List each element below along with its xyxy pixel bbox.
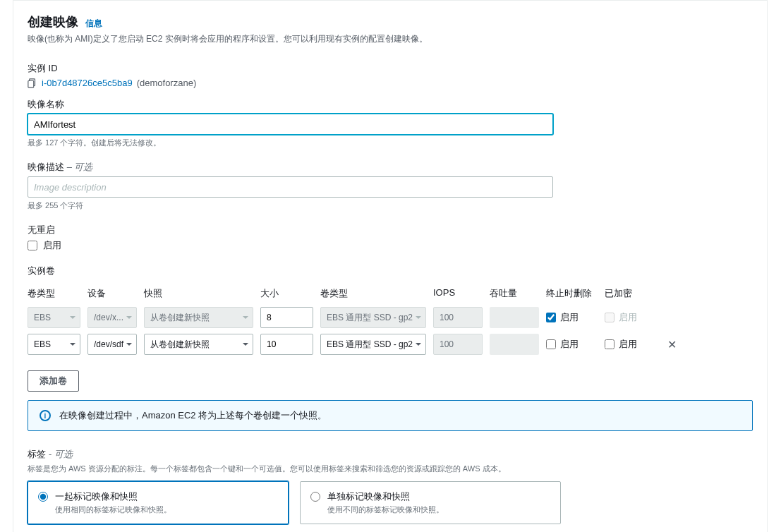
col-delete: 终止时删除 xyxy=(546,287,598,300)
chevron-down-icon xyxy=(416,343,421,346)
chevron-down-icon xyxy=(416,316,421,319)
tags-desc: 标签是您为 AWS 资源分配的标注。每一个标签都包含一个键和一个可选值。您可以使… xyxy=(28,464,753,474)
snapshot-alert: i 在映像创建过程中，Amazon EC2 将为上述每个卷创建一个快照。 xyxy=(28,400,753,431)
page-subtitle: 映像(也称为 AMI)定义了您启动 EC2 实例时将会应用的程序和设置。您可以利… xyxy=(28,33,753,45)
vol-encrypted-checkbox: 启用 xyxy=(605,338,654,351)
chevron-down-icon xyxy=(70,343,75,346)
svg-rect-1 xyxy=(28,80,34,87)
info-link[interactable]: 信息 xyxy=(85,18,102,30)
image-name-hint: 最多 127 个字符。创建后将无法修改。 xyxy=(28,138,753,148)
vol-type-select: EBS xyxy=(28,307,80,328)
volumes-label: 实例卷 xyxy=(28,265,753,277)
page-title: 创建映像 xyxy=(28,13,78,30)
tag-radio-together[interactable] xyxy=(38,492,48,502)
add-volume-button[interactable]: 添加卷 xyxy=(28,370,79,392)
vol-iops-input xyxy=(433,307,483,328)
tag-option-separate[interactable]: 单独标记映像和快照 使用不同的标签标记映像和快照。 xyxy=(300,481,561,524)
copy-icon[interactable] xyxy=(28,78,37,88)
vol-device-select[interactable]: /dev/sdf xyxy=(87,334,137,355)
col-device: 设备 xyxy=(87,287,137,300)
tag-radio-separate[interactable] xyxy=(310,492,320,502)
image-desc-label: 映像描述 – 可选 xyxy=(28,161,753,174)
chevron-down-icon xyxy=(126,316,132,319)
vol-vtype-select: EBS 通用型 SSD - gp2 xyxy=(320,307,426,328)
image-name-input[interactable] xyxy=(28,114,553,135)
chevron-down-icon xyxy=(70,316,75,319)
image-desc-input[interactable] xyxy=(28,176,553,198)
chevron-down-icon xyxy=(243,316,248,319)
col-type: 卷类型 xyxy=(28,287,80,300)
instance-id-link[interactable]: i-0b7d48726ce5c5ba9 xyxy=(42,78,133,88)
vol-delete-checkbox: 启用 xyxy=(546,338,598,351)
vol-size-input[interactable] xyxy=(260,307,313,328)
vol-device-select: /dev/x... xyxy=(87,307,137,328)
vol-delete-checkbox: 启用 xyxy=(546,311,598,324)
image-name-label: 映像名称 xyxy=(28,98,753,111)
tag-option-together[interactable]: 一起标记映像和快照 使用相同的标签标记映像和快照。 xyxy=(28,481,289,524)
chevron-down-icon xyxy=(126,343,132,346)
vol-snapshot-select: 从卷创建新快照 xyxy=(144,307,253,328)
vol-size-input[interactable] xyxy=(260,334,313,355)
col-throughput: 吞吐量 xyxy=(490,287,539,300)
col-encrypted: 已加密 xyxy=(605,287,654,300)
instance-name: (demoforzane) xyxy=(137,78,197,88)
vol-iops-input xyxy=(433,334,483,355)
no-reboot-enable: 启用 xyxy=(43,239,61,252)
chevron-down-icon xyxy=(243,343,248,346)
col-size: 大小 xyxy=(260,287,313,300)
col-vtype: 卷类型 xyxy=(320,287,426,300)
vol-snapshot-select[interactable]: 从卷创建新快照 xyxy=(144,334,253,355)
vol-encrypted-checkbox: 启用 xyxy=(605,311,654,324)
vol-throughput-input xyxy=(490,334,539,355)
no-reboot-label: 无重启 xyxy=(28,224,753,236)
no-reboot-checkbox[interactable] xyxy=(28,241,37,250)
image-desc-hint: 最多 255 个字符 xyxy=(28,200,753,211)
col-snapshot: 快照 xyxy=(144,287,253,300)
info-icon: i xyxy=(40,410,51,421)
tags-label: 标签 - 可选 xyxy=(28,448,753,461)
instance-id-label: 实例 ID xyxy=(28,62,753,75)
vol-type-select[interactable]: EBS xyxy=(28,334,80,355)
vol-vtype-select[interactable]: EBS 通用型 SSD - gp2 xyxy=(320,334,426,355)
col-iops: IOPS xyxy=(433,287,483,300)
vol-throughput-input xyxy=(490,307,539,328)
table-row: EBS /dev/x... 从卷创建新快照 EBS 通用型 SSD - gp2 … xyxy=(28,307,753,334)
table-row: EBS /dev/sdf 从卷创建新快照 EBS 通用型 SSD - gp2 启… xyxy=(28,334,753,361)
remove-row-icon[interactable]: ✕ xyxy=(667,339,677,351)
volumes-table: 卷类型 设备 快照 大小 卷类型 IOPS 吞吐量 终止时删除 已加密 EBS … xyxy=(28,287,753,361)
